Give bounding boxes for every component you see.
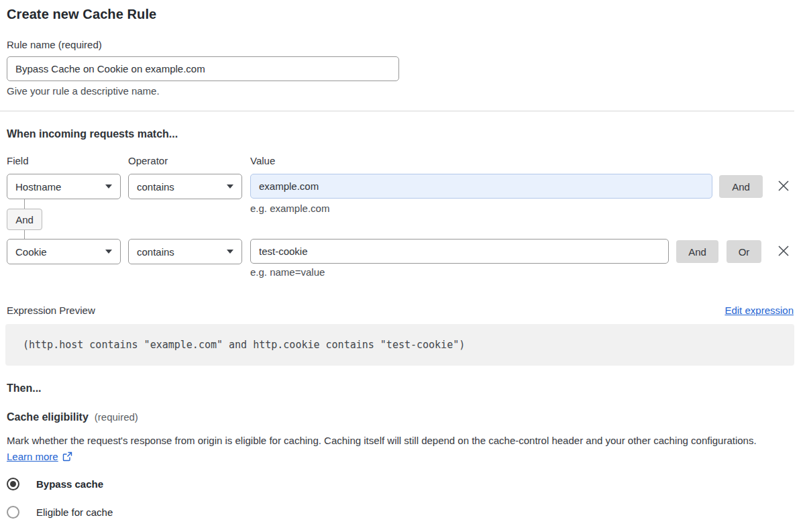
remove-row2-button[interactable] [774,242,793,260]
column-label-value: Value [250,155,275,166]
cache-eligibility-description: Mark whether the request's response from… [7,433,785,465]
radio-selected-icon[interactable] [7,478,19,490]
radio-option-bypass-cache[interactable]: Bypass cache [7,478,103,490]
field-select-row2[interactable]: Cookie [7,239,121,264]
chevron-down-icon [227,250,233,254]
learn-more-link[interactable]: Learn more [7,451,58,462]
chevron-down-icon [105,184,112,189]
rule-name-helper: Give your rule a descriptive name. [7,85,160,97]
radio-unselected-icon[interactable] [7,506,19,519]
connector-and-button[interactable]: And [7,209,42,230]
chevron-down-icon [105,250,112,254]
external-link-icon[interactable] [62,451,72,462]
operator-select-row1-value: contains [137,181,174,193]
radio-option-eligible-for-cache[interactable]: Eligible for cache [7,506,113,519]
edit-expression-link[interactable]: Edit expression [724,305,794,316]
expression-code-block: (http.host contains "example.com" and ht… [5,324,794,366]
then-heading: Then... [7,382,42,394]
rule-name-label: Rule name (required) [7,39,102,50]
chevron-down-icon [227,184,233,189]
description-text: Mark whether the request's response from… [7,435,757,446]
cache-eligibility-heading: Cache eligibility [7,411,89,423]
operator-select-row2[interactable]: contains [128,239,242,264]
value-hint-row2: e.g. name=value [250,266,325,278]
close-icon [777,244,790,258]
field-select-row2-value: Cookie [15,246,47,258]
radio-label-bypass-cache: Bypass cache [36,478,103,490]
operator-select-row1[interactable]: contains [128,174,242,199]
column-label-operator: Operator [128,155,168,166]
column-label-field: Field [7,155,29,166]
required-tag: (required) [95,411,138,423]
section-divider [0,111,794,111]
create-cache-rule-page: Create new Cache Rule Rule name (require… [0,0,805,532]
value-hint-row1: e.g. example.com [250,203,329,214]
value-input-row1[interactable] [250,174,712,199]
operator-select-row2-value: contains [137,246,174,258]
radio-dot [10,481,16,487]
field-select-row1[interactable]: Hostname [7,174,121,199]
rule-name-input[interactable] [7,56,399,81]
match-heading: When incoming requests match... [7,128,178,140]
and-button-row1[interactable]: And [719,175,763,198]
close-icon [777,179,790,193]
and-button-row2[interactable]: And [676,240,718,263]
value-input-row2[interactable] [250,239,669,264]
field-select-row1-value: Hostname [15,181,61,193]
radio-label-eligible-for-cache: Eligible for cache [36,507,113,518]
connector-line-top [24,199,25,209]
connector-line-bottom [24,230,25,239]
expression-preview-label: Expression Preview [7,305,95,316]
page-title: Create new Cache Rule [7,7,156,22]
remove-row1-button[interactable] [774,176,793,195]
or-button-row2[interactable]: Or [727,240,761,263]
expression-code: (http.host contains "example.com" and ht… [23,339,465,351]
